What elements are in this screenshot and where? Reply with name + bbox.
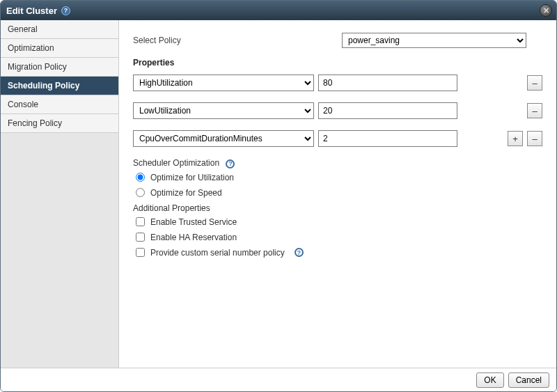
help-icon[interactable]: ?: [226, 159, 235, 168]
content-pane: Select Policy power_saving Properties Hi…: [119, 20, 556, 368]
checkbox-custom-serial-policy[interactable]: Provide custom serial number policy ?: [136, 248, 542, 258]
radio-input[interactable]: [136, 188, 145, 197]
dialog-footer: OK Cancel: [1, 368, 556, 391]
radio-input[interactable]: [136, 173, 145, 182]
help-icon[interactable]: ?: [61, 6, 70, 15]
radio-label: Optimize for Speed: [150, 188, 222, 198]
remove-property-button[interactable]: –: [527, 75, 542, 91]
checkbox-label: Enable HA Reservation: [150, 233, 237, 242]
add-property-button[interactable]: +: [508, 131, 523, 146]
select-policy-label: Select Policy: [133, 36, 342, 45]
radio-label: Optimize for Utilization: [150, 173, 234, 182]
titlebar: Edit Cluster ? ✕: [1, 1, 556, 20]
sidebar: General Optimization Migration Policy Sc…: [1, 20, 119, 368]
dialog-body: General Optimization Migration Policy Sc…: [1, 20, 556, 368]
property-row: LowUtilization –: [133, 102, 542, 119]
select-policy-dropdown[interactable]: power_saving: [342, 33, 526, 48]
remove-property-button[interactable]: –: [527, 131, 542, 146]
tab-scheduling-policy[interactable]: Scheduling Policy: [1, 77, 118, 95]
property-name-select[interactable]: CpuOverCommitDurationMinutes: [133, 130, 314, 147]
property-name-select[interactable]: LowUtilization: [133, 102, 314, 119]
property-value-input[interactable]: [318, 102, 457, 119]
checkbox-ha-reservation[interactable]: Enable HA Reservation: [136, 233, 542, 242]
scheduler-optimization-title: Scheduler Optimization: [133, 158, 219, 168]
remove-property-button[interactable]: –: [527, 103, 542, 118]
ok-button[interactable]: OK: [476, 373, 503, 388]
checkbox-input[interactable]: [136, 233, 145, 242]
tab-fencing-policy[interactable]: Fencing Policy: [1, 114, 118, 133]
help-icon[interactable]: ?: [295, 248, 304, 257]
properties-title: Properties: [133, 58, 542, 68]
property-row: HighUtilization –: [133, 75, 542, 91]
checkbox-label: Enable Trusted Service: [150, 217, 237, 227]
checkbox-input[interactable]: [136, 248, 145, 257]
radio-optimize-utilization[interactable]: Optimize for Utilization: [136, 173, 542, 182]
radio-optimize-speed[interactable]: Optimize for Speed: [136, 188, 542, 198]
close-icon[interactable]: ✕: [540, 4, 552, 17]
property-row: CpuOverCommitDurationMinutes + –: [133, 130, 542, 147]
additional-properties-title: Additional Properties: [133, 203, 542, 213]
tab-console[interactable]: Console: [1, 95, 118, 114]
property-value-input[interactable]: [318, 75, 457, 91]
checkbox-trusted-service[interactable]: Enable Trusted Service: [136, 217, 542, 227]
dialog-title: Edit Cluster: [6, 6, 57, 16]
tab-optimization[interactable]: Optimization: [1, 39, 118, 58]
edit-cluster-dialog: Edit Cluster ? ✕ General Optimization Mi…: [0, 0, 557, 392]
tab-general[interactable]: General: [1, 20, 118, 39]
checkbox-input[interactable]: [136, 217, 145, 226]
checkbox-label: Provide custom serial number policy: [150, 248, 285, 258]
tab-migration-policy[interactable]: Migration Policy: [1, 58, 118, 77]
property-name-select[interactable]: HighUtilization: [133, 75, 314, 91]
property-value-input[interactable]: [318, 130, 457, 147]
cancel-button[interactable]: Cancel: [508, 373, 549, 388]
